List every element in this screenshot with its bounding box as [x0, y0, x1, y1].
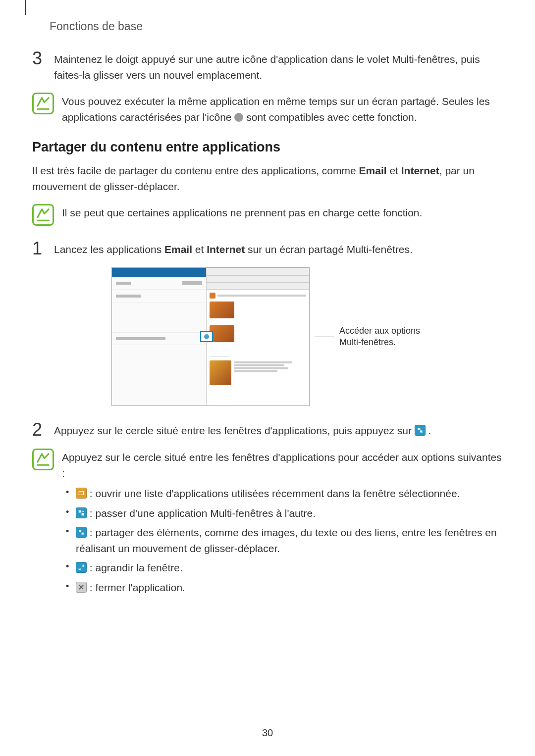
step-1: 1 Lancez les applications Email et Inter… — [32, 240, 503, 257]
note3-intro: Appuyez sur le cercle situé entre les fe… — [62, 450, 503, 481]
figure-right-pane: ─────── — [207, 268, 309, 405]
close-app-icon — [76, 582, 87, 593]
compatibility-icon — [234, 113, 243, 122]
note-text-b: sont compatibles avec cette fonction. — [246, 111, 417, 123]
svg-rect-5 — [79, 530, 81, 532]
step-text: Appuyez sur le cercle situé entre les fe… — [54, 421, 503, 439]
li1: : passer d'une application Multi-fenêtre… — [87, 507, 316, 519]
step-number: 2 — [32, 421, 46, 439]
li0: : ouvrir une liste d'applications utilis… — [87, 488, 460, 499]
swap-windows-icon — [76, 507, 87, 518]
svg-rect-3 — [79, 510, 81, 513]
callout-line — [315, 337, 334, 337]
s1-d: Internet — [207, 244, 245, 255]
svg-rect-0 — [418, 428, 420, 430]
s1-b: Email — [164, 244, 192, 255]
list-item: : ouvrir une liste d'applications utilis… — [62, 486, 503, 502]
li3: : agrandir la fenêtre. — [87, 562, 183, 573]
li4: : fermer l'application. — [87, 582, 185, 593]
step-number: 3 — [32, 50, 46, 67]
recent-apps-icon — [76, 488, 87, 499]
note-icon — [32, 93, 54, 114]
s2-a: Appuyez sur le cercle situé entre les fe… — [54, 425, 415, 436]
share-icon — [415, 425, 426, 436]
svg-rect-2 — [79, 492, 83, 495]
step-number: 1 — [32, 240, 46, 257]
step-text: Lancez les applications Email et Interne… — [54, 240, 503, 257]
intro-d: Internet — [401, 165, 439, 176]
list-item: : fermer l'application. — [62, 580, 503, 596]
figure-handle — [200, 331, 213, 342]
options-list: : ouvrir une liste d'applications utilis… — [62, 486, 503, 595]
list-item: : partager des éléments, comme des image… — [62, 525, 503, 556]
figure: ─────── Accéder aux options Multi-fenêtr… — [32, 267, 503, 406]
step-text: Maintenez le doigt appuyé sur une autre … — [54, 50, 503, 83]
note-icon — [32, 204, 54, 226]
page-number: 30 — [0, 727, 535, 739]
section-header: Fonctions de base — [50, 20, 143, 33]
svg-rect-6 — [82, 533, 84, 535]
note-icon — [32, 449, 54, 470]
note-text: Appuyez sur le cercle situé entre les fe… — [62, 449, 503, 599]
step-3: 3 Maintenez le doigt appuyé sur une autr… — [32, 50, 503, 83]
intro-paragraph: Il est très facile de partager du conten… — [32, 163, 503, 194]
intro-b: Email — [359, 165, 387, 176]
li2: : partager des éléments, comme des image… — [76, 527, 497, 554]
s1-e: sur un écran partagé Multi-fenêtres. — [245, 244, 413, 255]
s1-c: et — [192, 244, 207, 255]
s2-b: . — [428, 425, 431, 436]
note-text: Vous pouvez exécuter la même application… — [62, 93, 503, 125]
figure-left-pane — [112, 268, 207, 405]
page-edge-mark — [25, 0, 26, 15]
step-2: 2 Appuyez sur le cercle situé entre les … — [32, 421, 503, 439]
note-1: Vous pouvez exécuter la même application… — [32, 93, 503, 125]
intro-a: Il est très facile de partager du conten… — [32, 165, 359, 176]
intro-c: et — [387, 165, 401, 176]
svg-rect-4 — [82, 513, 84, 516]
share-items-icon — [76, 527, 87, 538]
s1-a: Lancez les applications — [54, 244, 164, 255]
section-heading: Partager du contenu entre applications — [32, 140, 503, 155]
note-text: Il se peut que certaines applications ne… — [62, 204, 503, 221]
note-2: Il se peut que certaines applications ne… — [32, 204, 503, 226]
note-3: Appuyez sur le cercle situé entre les fe… — [32, 449, 503, 599]
list-item: : agrandir la fenêtre. — [62, 560, 503, 576]
maximize-icon — [76, 562, 87, 573]
list-item: : passer d'une application Multi-fenêtre… — [62, 505, 503, 521]
callout-text: Accéder aux options Multi-fenêtres. — [339, 325, 424, 349]
svg-rect-1 — [420, 431, 422, 433]
figure-device: ─────── — [111, 267, 310, 406]
